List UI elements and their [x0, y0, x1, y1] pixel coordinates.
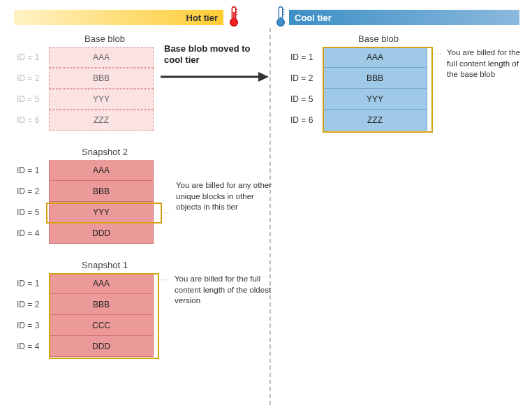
- thermometer-hot-icon: [228, 6, 240, 28]
- block-cell: YYY: [49, 202, 154, 223]
- id-label: ID = 6: [14, 115, 49, 125]
- block-cell: YYY: [323, 89, 427, 110]
- block-cell: BBB: [49, 294, 154, 315]
- svg-rect-2: [233, 12, 235, 21]
- id-label: ID = 5: [288, 94, 323, 104]
- snapshot-1-group: Snapshot 1 ID = 1AAA ID = 2BBB ID = 3CCC…: [14, 260, 157, 357]
- block-cell: ZZZ: [49, 110, 154, 131]
- thermometer-cool-icon: [274, 6, 287, 28]
- block-cell: DDD: [49, 223, 154, 244]
- id-label: ID = 6: [288, 115, 323, 125]
- id-label: ID = 2: [288, 73, 323, 83]
- block-cell: CCC: [49, 315, 154, 336]
- annotation-connector: ···: [163, 208, 172, 217]
- id-label: ID = 1: [14, 52, 49, 62]
- base-blob-hot-group: Base blob ID = 1AAA ID = 2BBB ID = 5YYY …: [14, 34, 157, 131]
- snapshot-1-title: Snapshot 1: [52, 260, 157, 270]
- block-cell: AAA: [49, 160, 154, 181]
- snapshot-2-title: Snapshot 2: [52, 147, 157, 157]
- id-label: ID = 5: [14, 207, 49, 217]
- block-cell: BBB: [323, 68, 427, 89]
- base-blob-cool-title: Base blob: [326, 34, 431, 44]
- id-label: ID = 1: [14, 166, 49, 175]
- block-cell: AAA: [323, 47, 427, 68]
- annotation-connector: ···: [161, 275, 169, 284]
- snapshot-2-group: Snapshot 2 ID = 1AAA ID = 2BBB ID = 5YYY…: [14, 147, 157, 244]
- id-label: ID = 4: [14, 228, 49, 238]
- block-cell: AAA: [49, 47, 154, 68]
- id-label: ID = 1: [288, 52, 323, 62]
- svg-marker-13: [258, 72, 269, 82]
- block-cell: DDD: [49, 336, 154, 357]
- cool-tier-label: Cool tier: [295, 13, 332, 23]
- id-label: ID = 4: [14, 342, 49, 351]
- id-label: ID = 1: [14, 279, 49, 288]
- block-cell: BBB: [49, 68, 154, 89]
- arrow-label: Base blob moved to cool tier: [164, 43, 262, 65]
- id-label: ID = 2: [14, 300, 49, 309]
- id-label: ID = 2: [14, 73, 49, 83]
- id-label: ID = 5: [14, 94, 49, 104]
- hot-tier-header: Hot tier: [14, 10, 223, 25]
- block-cell: YYY: [49, 89, 154, 110]
- block-cell: ZZZ: [323, 110, 427, 131]
- annotation-cool-full: You are billed for the full content leng…: [447, 47, 527, 80]
- id-label: ID = 2: [14, 186, 49, 196]
- svg-rect-8: [280, 17, 282, 22]
- cool-tier-header: Cool tier: [289, 10, 519, 25]
- block-cell: AAA: [49, 273, 154, 294]
- block-cell: BBB: [49, 181, 154, 202]
- move-arrow-icon: [161, 70, 269, 86]
- annotation-unique-blocks: You are billed for any other unique bloc…: [176, 180, 274, 213]
- base-blob-hot-title: Base blob: [52, 34, 157, 44]
- tier-divider: [269, 28, 271, 405]
- id-label: ID = 3: [14, 321, 49, 330]
- annotation-oldest-version: You are billed for the full content leng…: [175, 274, 272, 307]
- hot-tier-label: Hot tier: [186, 13, 219, 23]
- annotation-connector: ···: [434, 49, 443, 57]
- base-blob-cool-group: Base blob ID = 1AAA ID = 2BBB ID = 5YYY …: [288, 34, 431, 131]
